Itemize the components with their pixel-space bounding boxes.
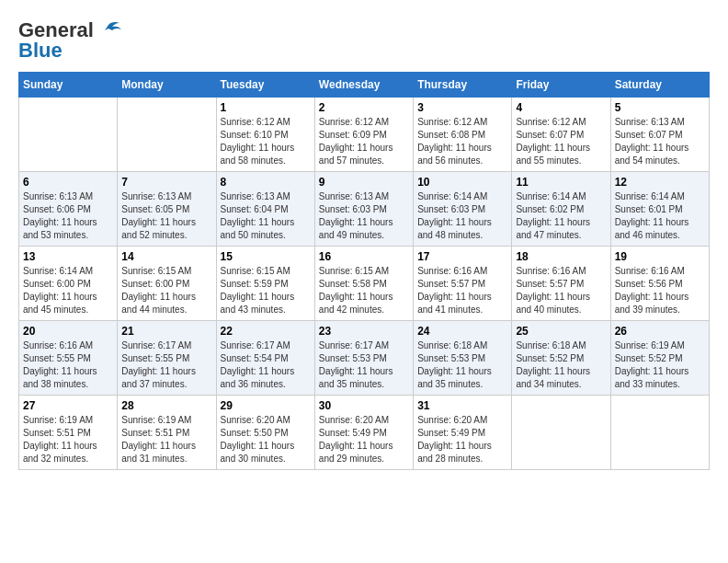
day-info: Sunrise: 6:14 AMSunset: 6:00 PMDaylight:… xyxy=(23,265,113,316)
day-number: 15 xyxy=(221,250,311,263)
calendar-cell: 9Sunrise: 6:13 AMSunset: 6:03 PMDaylight… xyxy=(314,172,413,247)
day-info: Sunrise: 6:15 AMSunset: 6:00 PMDaylight:… xyxy=(121,265,211,316)
day-info: Sunrise: 6:14 AMSunset: 6:01 PMDaylight:… xyxy=(615,190,705,242)
calendar-cell: 11Sunrise: 6:14 AMSunset: 6:02 PMDayligh… xyxy=(512,172,610,247)
calendar-cell: 30Sunrise: 6:20 AMSunset: 5:49 PMDayligh… xyxy=(314,396,413,470)
calendar-cell: 15Sunrise: 6:15 AMSunset: 5:59 PMDayligh… xyxy=(216,247,314,321)
day-info: Sunrise: 6:16 AMSunset: 5:56 PMDaylight:… xyxy=(615,265,705,316)
day-info: Sunrise: 6:20 AMSunset: 5:49 PMDaylight:… xyxy=(417,414,507,465)
day-number: 1 xyxy=(221,101,311,114)
day-number: 6 xyxy=(23,176,113,189)
calendar-cell: 16Sunrise: 6:15 AMSunset: 5:58 PMDayligh… xyxy=(314,247,413,321)
day-number: 25 xyxy=(516,325,606,338)
day-info: Sunrise: 6:18 AMSunset: 5:53 PMDaylight:… xyxy=(417,339,507,391)
page-header: General Blue xyxy=(18,18,710,63)
calendar-cell xyxy=(512,396,610,470)
calendar-header-friday: Friday xyxy=(512,73,610,98)
calendar-cell: 8Sunrise: 6:13 AMSunset: 6:04 PMDaylight… xyxy=(216,172,314,247)
calendar-cell: 23Sunrise: 6:17 AMSunset: 5:53 PMDayligh… xyxy=(314,321,413,396)
day-info: Sunrise: 6:15 AMSunset: 5:58 PMDaylight:… xyxy=(319,265,409,316)
day-number: 17 xyxy=(417,250,507,263)
day-number: 28 xyxy=(121,399,211,412)
calendar-cell: 17Sunrise: 6:16 AMSunset: 5:57 PMDayligh… xyxy=(414,247,512,321)
day-info: Sunrise: 6:17 AMSunset: 5:54 PMDaylight:… xyxy=(221,339,311,391)
day-info: Sunrise: 6:14 AMSunset: 6:03 PMDaylight:… xyxy=(417,190,507,242)
calendar-cell: 12Sunrise: 6:14 AMSunset: 6:01 PMDayligh… xyxy=(610,172,709,247)
day-number: 31 xyxy=(417,399,507,412)
day-info: Sunrise: 6:17 AMSunset: 5:53 PMDaylight:… xyxy=(319,339,409,391)
calendar-week-row: 20Sunrise: 6:16 AMSunset: 5:55 PMDayligh… xyxy=(19,321,710,396)
day-number: 20 xyxy=(23,325,113,338)
calendar-cell: 1Sunrise: 6:12 AMSunset: 6:10 PMDaylight… xyxy=(216,98,314,172)
day-number: 7 xyxy=(121,176,211,189)
calendar-cell: 26Sunrise: 6:19 AMSunset: 5:52 PMDayligh… xyxy=(610,321,709,396)
day-number: 9 xyxy=(319,176,409,189)
day-info: Sunrise: 6:17 AMSunset: 5:55 PMDaylight:… xyxy=(121,339,211,391)
calendar-cell: 2Sunrise: 6:12 AMSunset: 6:09 PMDaylight… xyxy=(314,98,413,172)
calendar-cell: 20Sunrise: 6:16 AMSunset: 5:55 PMDayligh… xyxy=(19,321,118,396)
day-number: 30 xyxy=(319,399,409,412)
calendar-cell: 31Sunrise: 6:20 AMSunset: 5:49 PMDayligh… xyxy=(414,396,512,470)
day-info: Sunrise: 6:13 AMSunset: 6:03 PMDaylight:… xyxy=(319,190,409,242)
day-number: 21 xyxy=(121,325,211,338)
day-info: Sunrise: 6:12 AMSunset: 6:08 PMDaylight:… xyxy=(417,116,507,167)
day-info: Sunrise: 6:13 AMSunset: 6:04 PMDaylight:… xyxy=(221,190,311,242)
calendar-header-sunday: Sunday xyxy=(19,73,118,98)
day-info: Sunrise: 6:16 AMSunset: 5:57 PMDaylight:… xyxy=(417,265,507,316)
day-number: 5 xyxy=(615,101,705,114)
calendar-cell: 21Sunrise: 6:17 AMSunset: 5:55 PMDayligh… xyxy=(118,321,216,396)
day-info: Sunrise: 6:16 AMSunset: 5:57 PMDaylight:… xyxy=(516,265,606,316)
day-info: Sunrise: 6:19 AMSunset: 5:51 PMDaylight:… xyxy=(121,414,211,465)
day-info: Sunrise: 6:12 AMSunset: 6:10 PMDaylight:… xyxy=(221,116,311,167)
calendar-week-row: 27Sunrise: 6:19 AMSunset: 5:51 PMDayligh… xyxy=(19,396,710,470)
day-info: Sunrise: 6:19 AMSunset: 5:52 PMDaylight:… xyxy=(615,339,705,391)
day-info: Sunrise: 6:13 AMSunset: 6:06 PMDaylight:… xyxy=(23,190,113,242)
day-info: Sunrise: 6:20 AMSunset: 5:49 PMDaylight:… xyxy=(319,414,409,465)
calendar-cell: 10Sunrise: 6:14 AMSunset: 6:03 PMDayligh… xyxy=(414,172,512,247)
day-number: 8 xyxy=(221,176,311,189)
day-number: 26 xyxy=(615,325,705,338)
logo-bird-icon xyxy=(96,21,121,40)
day-number: 10 xyxy=(417,176,507,189)
day-info: Sunrise: 6:12 AMSunset: 6:07 PMDaylight:… xyxy=(516,116,606,167)
day-number: 3 xyxy=(417,101,507,114)
calendar-cell xyxy=(610,396,709,470)
calendar-cell: 22Sunrise: 6:17 AMSunset: 5:54 PMDayligh… xyxy=(216,321,314,396)
calendar-cell: 14Sunrise: 6:15 AMSunset: 6:00 PMDayligh… xyxy=(118,247,216,321)
day-number: 19 xyxy=(615,250,705,263)
calendar-cell: 28Sunrise: 6:19 AMSunset: 5:51 PMDayligh… xyxy=(118,396,216,470)
calendar-cell: 13Sunrise: 6:14 AMSunset: 6:00 PMDayligh… xyxy=(19,247,118,321)
day-number: 24 xyxy=(417,325,507,338)
day-number: 2 xyxy=(319,101,409,114)
logo-text-area: General Blue xyxy=(18,18,121,63)
calendar-header-saturday: Saturday xyxy=(610,73,709,98)
calendar-header-row: SundayMondayTuesdayWednesdayThursdayFrid… xyxy=(19,73,710,98)
day-number: 14 xyxy=(121,250,211,263)
day-number: 13 xyxy=(23,250,113,263)
calendar-cell: 5Sunrise: 6:13 AMSunset: 6:07 PMDaylight… xyxy=(610,98,709,172)
day-info: Sunrise: 6:12 AMSunset: 6:09 PMDaylight:… xyxy=(319,116,409,167)
calendar-header-wednesday: Wednesday xyxy=(314,73,413,98)
day-info: Sunrise: 6:13 AMSunset: 6:07 PMDaylight:… xyxy=(615,116,705,167)
calendar-cell: 19Sunrise: 6:16 AMSunset: 5:56 PMDayligh… xyxy=(610,247,709,321)
day-info: Sunrise: 6:18 AMSunset: 5:52 PMDaylight:… xyxy=(516,339,606,391)
day-info: Sunrise: 6:16 AMSunset: 5:55 PMDaylight:… xyxy=(23,339,113,391)
logo: General Blue xyxy=(18,18,121,63)
day-number: 29 xyxy=(221,399,311,412)
calendar-cell: 29Sunrise: 6:20 AMSunset: 5:50 PMDayligh… xyxy=(216,396,314,470)
day-info: Sunrise: 6:15 AMSunset: 5:59 PMDaylight:… xyxy=(221,265,311,316)
logo-blue: Blue xyxy=(18,39,63,63)
calendar-cell: 18Sunrise: 6:16 AMSunset: 5:57 PMDayligh… xyxy=(512,247,610,321)
calendar-cell: 24Sunrise: 6:18 AMSunset: 5:53 PMDayligh… xyxy=(414,321,512,396)
day-info: Sunrise: 6:14 AMSunset: 6:02 PMDaylight:… xyxy=(516,190,606,242)
calendar-week-row: 1Sunrise: 6:12 AMSunset: 6:10 PMDaylight… xyxy=(19,98,710,172)
day-number: 11 xyxy=(516,176,606,189)
calendar-cell xyxy=(118,98,216,172)
calendar-header-monday: Monday xyxy=(118,73,216,98)
calendar-week-row: 13Sunrise: 6:14 AMSunset: 6:00 PMDayligh… xyxy=(19,247,710,321)
calendar-week-row: 6Sunrise: 6:13 AMSunset: 6:06 PMDaylight… xyxy=(19,172,710,247)
calendar-header-thursday: Thursday xyxy=(414,73,512,98)
calendar-cell: 4Sunrise: 6:12 AMSunset: 6:07 PMDaylight… xyxy=(512,98,610,172)
calendar-cell: 25Sunrise: 6:18 AMSunset: 5:52 PMDayligh… xyxy=(512,321,610,396)
calendar-header-tuesday: Tuesday xyxy=(216,73,314,98)
